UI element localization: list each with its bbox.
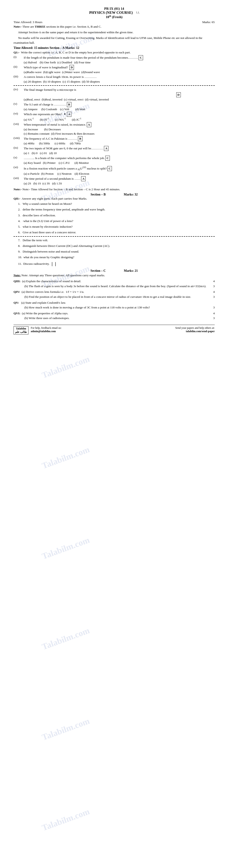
note-block-3: No marks will be awarded for Cutting, Er… bbox=[13, 36, 215, 45]
section-b-label: Section – B bbox=[90, 193, 106, 196]
list-item: 8. distinguish between Direct Current (D… bbox=[18, 244, 215, 248]
list-item: 1. Why a sound cannot be heard on Moon? bbox=[18, 202, 215, 206]
question-x: (x) ……….. Is a brain of the computer whi… bbox=[13, 156, 215, 161]
question-vi: (vi) Which one represents an Ohm? ✦A bbox=[13, 112, 215, 117]
list-item: 6. Give at least three uses of a concave… bbox=[18, 230, 215, 235]
marks: Marks: 65 bbox=[202, 20, 215, 24]
options-vii-2: (c) Remains constant (d) First increases… bbox=[24, 132, 215, 135]
question-vii: (vii) When temperature of metal is raise… bbox=[13, 122, 215, 127]
qiii-b: (b) The flash of a gun is seen by a body… bbox=[25, 284, 215, 289]
options-xi: (a) α Particle (b) Proton (c) Neutron (d… bbox=[24, 172, 215, 176]
qiv-label: QIV: (a) Derive convex lens formula i.e.… bbox=[13, 289, 215, 294]
question-ix: (ix) The two inputs of NOR gate are 0, 0… bbox=[13, 146, 215, 151]
dashed-line-1 bbox=[13, 85, 215, 86]
qv-b: (b) How much work is done in moving a ch… bbox=[25, 305, 215, 310]
section-c-note: Note: Note: Attempt any Three questions.… bbox=[13, 273, 215, 278]
section-b-marks: Marks: 32 bbox=[124, 193, 138, 196]
footer-logo-block: Talabilm طالب علم bbox=[13, 326, 29, 335]
list-item: 9. Distinguish between noise and musical… bbox=[18, 249, 215, 254]
qvi-b: (b) Write three uses of radioisotopes. 3 bbox=[25, 316, 215, 321]
options-vi: (a) VA-1 (b) JS-1 (c) WA-1 (d) JC-1 bbox=[24, 117, 215, 122]
options-x: (a) Key board (b) Printer (c) C.P.U (d) … bbox=[24, 161, 215, 165]
header-line3: 10th (Fresh) bbox=[13, 15, 215, 19]
info-row: Time Allowed: 3 Hours Marks: 65 bbox=[13, 20, 215, 24]
question-ii: (ii) Which type of wave is longitudinal?… bbox=[13, 65, 215, 70]
watermark-9: Talabilm.com bbox=[40, 716, 91, 742]
list-item: 5. what is meant by electrostatic induct… bbox=[18, 224, 215, 229]
section-c-header-row: Section – C Marks: 21 bbox=[13, 269, 215, 273]
qv-block: QV: (a) State and explain Coulomb's law.… bbox=[13, 300, 215, 310]
qv-label: QV: (a) State and explain Coulomb's law. bbox=[13, 300, 215, 305]
footer: Talabilm طالب علم For help, feedback ema… bbox=[13, 325, 215, 335]
question-iii: (iii) A convex lensis o focal length 10c… bbox=[13, 75, 215, 80]
qiii-label: QIII: (a) Explain the characteristics of… bbox=[13, 279, 215, 284]
qvi-label: QVI: (a) Write the properties of Alpha r… bbox=[13, 311, 215, 316]
footer-left: Talabilm طالب علم For help, feedback ema… bbox=[13, 326, 62, 335]
footer-logo: Talabilm طالب علم bbox=[13, 326, 29, 335]
watermark-5: Talabilm.com bbox=[40, 354, 91, 380]
footer-contact: For help, feedback email us: admin@talab… bbox=[31, 326, 62, 333]
qii-intro: QII:- Answer any eight parts. Each part … bbox=[13, 197, 215, 200]
options-ix: (a) 1 (b) 0 (c) 01 (d) 10 bbox=[24, 151, 215, 155]
dashed-line-b bbox=[13, 236, 215, 237]
options-v: (a) Ampere (b) Coulomb (c) Volt (d) Watt bbox=[24, 107, 215, 111]
list-item: 11. Discuss radioactivity. ❘❘ bbox=[18, 261, 215, 268]
section-c-marks: Marks: 21 bbox=[124, 269, 138, 273]
footer-right: Send your papers and help others at: tal… bbox=[175, 326, 215, 333]
list-item: 4. ·what is the (S.I) Unit of power of a… bbox=[18, 219, 215, 223]
section-a-header: Time Allowed: 15 minutes Section – A Mar… bbox=[13, 46, 215, 50]
list-item: 10. what do you mean by Graphic designin… bbox=[18, 255, 215, 260]
list-item: 3. describe laws of reflection. bbox=[18, 213, 215, 218]
watermark-6: Talabilm.com bbox=[40, 444, 91, 471]
section-b-note: Note:- Note:- Time Allowed for Section –… bbox=[13, 187, 215, 192]
options-vii-1: (a) Increase (b) Decreases bbox=[24, 128, 215, 131]
qvi-block: QVI: (a) Write the properties of Alpha r… bbox=[13, 311, 215, 321]
footer-url: talabilm.com/send-paper bbox=[175, 330, 215, 333]
footer-email: admin@talabilm.com bbox=[31, 330, 62, 333]
q1-intro: Q1:- Write the correct option i.e. A, B,… bbox=[13, 51, 215, 54]
section-b-header-row: Section – B Marks: 32 bbox=[13, 193, 215, 196]
exam-page: Talabilm.com Talabilm.com Talabilm.com T… bbox=[0, 0, 226, 342]
section-c-label: Section – C bbox=[90, 269, 106, 273]
watermark-8: Talabilm.com bbox=[40, 625, 91, 652]
header-line1: PR IX (01) 14 bbox=[13, 7, 215, 11]
time-allowed: Time Allowed: 3 Hours bbox=[13, 20, 42, 24]
question-i: (i) If the length of the pendulum is mad… bbox=[13, 55, 215, 60]
qiii-block: QIII: (a) Explain the characteristics of… bbox=[13, 279, 215, 288]
qiv-block: QIV: (a) Derive convex lens formula i.e.… bbox=[13, 289, 215, 299]
question-v: (v) The S.I unit of charge is …………B bbox=[13, 102, 215, 107]
options-iv: (a)Real, erect (b)Real, inverted (c) vir… bbox=[24, 98, 215, 101]
header-line2: PHYSICS (NEW COURSE) \ \ bbox=[13, 11, 215, 15]
section-b-questions: 1. Why a sound cannot be heard on Moon? … bbox=[13, 202, 215, 267]
exam-header: PR IX (01) 14 PHYSICS (NEW COURSE) \ \ 1… bbox=[13, 7, 215, 19]
qiv-b: (b) Find the position of an object to be… bbox=[25, 294, 215, 299]
list-item: 2. define the terms frequency time perio… bbox=[18, 207, 215, 212]
options-i: (a) Halved (b) One forth (c) Doubled (d)… bbox=[24, 61, 215, 64]
options-viii: (a) 40Hz (b) 50Hz (c) 60Hz (d) 70Hz bbox=[24, 142, 215, 145]
question-xi: (xi) In a fission reaction which particl… bbox=[13, 165, 215, 172]
note-block-2: Attempt Section-A on the same paper and … bbox=[13, 30, 215, 35]
list-item: 7. Define the term volt. bbox=[18, 238, 215, 243]
question-viii: (viii) The frequency of A.C in Pakistan … bbox=[13, 136, 215, 141]
question-iv: (iv) The final image formed by a microsc… bbox=[13, 88, 215, 97]
watermark-10: Talabilm.com bbox=[40, 806, 91, 833]
note-block-1: Note:- Three are THREE sections in this … bbox=[13, 25, 215, 29]
watermark-7: Talabilm.com bbox=[40, 535, 91, 561]
question-xii: (xii) The time period of a second pendul… bbox=[13, 176, 215, 181]
options-ii: (a)Radio wave (b)Light wave (c)Water wav… bbox=[24, 70, 215, 74]
section-b-list: 1. Why a sound cannot be heard on Moon? … bbox=[18, 202, 215, 267]
options-xii: (a) 2S (b) 1S (c) 3S (d) 1.5S bbox=[24, 182, 215, 185]
options-iii: (a) 20 dioptres (b) 10 dioptres (c) 15 d… bbox=[24, 80, 215, 84]
